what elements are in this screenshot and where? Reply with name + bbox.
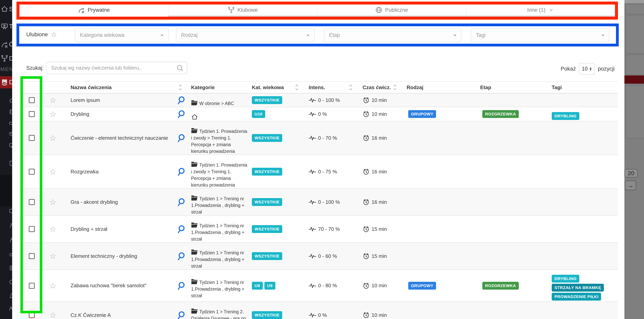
- tags-dropdown[interactable]: Tagi: [471, 28, 609, 42]
- exercise-name: Cz.K Ćwiczenie A: [70, 302, 176, 319]
- row-checkbox[interactable]: [29, 312, 35, 318]
- preview-button[interactable]: [176, 189, 191, 215]
- dimmed-strip: [624, 0, 644, 3]
- favorite-star-icon[interactable]: ☆: [47, 302, 70, 319]
- book-image-icon: [1, 78, 8, 86]
- sidebar-item-partial[interactable]: [9, 293, 12, 300]
- col-name[interactable]: Nazwa ćwiczenia: [70, 84, 191, 91]
- row-checkbox[interactable]: [29, 169, 35, 174]
- sidebar-item-partial[interactable]: [9, 109, 12, 116]
- favorite-star-icon[interactable]: ☆: [47, 107, 70, 121]
- page-size-select[interactable]: 10 ▲▼: [579, 63, 594, 74]
- table-row: ☆Lorem ipsumW obronie > ABCWSZYSTKIE0 - …: [20, 94, 618, 107]
- sort-icon[interactable]: [349, 84, 353, 91]
- sidebar-item-partial[interactable]: [9, 208, 12, 215]
- sidebar-item-Ć[interactable]: Ć: [0, 38, 12, 50]
- folder-icon: [191, 249, 198, 256]
- age-badge: WSZYSTKIE: [252, 198, 282, 206]
- sidebar-item-partial[interactable]: [9, 143, 12, 149]
- sidebar-item-partial[interactable]: [9, 265, 12, 272]
- row-checkbox[interactable]: [29, 199, 35, 205]
- chevdown-icon: [548, 7, 554, 13]
- col-age[interactable]: Kat. wiekowa: [252, 84, 309, 91]
- dimmed-card: [625, 54, 644, 75]
- chevdown-icon: [452, 32, 458, 38]
- tab-klubowe[interactable]: Klubowe: [168, 4, 317, 17]
- camera-icon: [9, 120, 12, 126]
- sort-icon[interactable]: [178, 84, 182, 91]
- type-badge: GRUPOWY: [408, 282, 436, 290]
- type-cell: [407, 155, 480, 188]
- favorite-star-icon[interactable]: ☆: [47, 243, 70, 270]
- favorite-star-icon[interactable]: ☆: [47, 189, 70, 215]
- favorites-toggle[interactable]: Ulubione ☆: [26, 31, 57, 38]
- sort-icon[interactable]: [295, 84, 299, 91]
- favorite-star-icon[interactable]: ☆: [47, 94, 70, 107]
- preview-button[interactable]: [176, 155, 191, 188]
- sidebar-item-partial[interactable]: [9, 120, 12, 127]
- sidebar-item-partial[interactable]: [9, 98, 12, 104]
- favorite-star-icon[interactable]: ☆: [47, 216, 70, 242]
- sidebar-item-partial[interactable]: [9, 279, 12, 286]
- tab-label: Prywatne: [88, 7, 110, 13]
- sidebar-item-label: T: [9, 23, 12, 30]
- sidebar-item-partial[interactable]: [9, 251, 12, 258]
- sidebar-item-partial[interactable]: [9, 237, 12, 244]
- row-checkbox[interactable]: [29, 97, 35, 103]
- tags-cell: [552, 243, 618, 273]
- col-intensity[interactable]: Intens.: [309, 84, 362, 91]
- col-time[interactable]: Czas ćwicz.: [362, 84, 407, 91]
- category-path: Tydzien 1 > Trening nr 1.Prowadzenia , d…: [191, 223, 244, 242]
- sidebar-item-D[interactable]: D: [0, 52, 12, 65]
- tab-prywatne[interactable]: Prywatne: [20, 4, 168, 17]
- stage-cell: [480, 302, 552, 319]
- arrow-right-button[interactable]: →: [625, 180, 636, 190]
- stage-badge: ROZGRZEWKA: [482, 282, 519, 290]
- sidebar-item-partial[interactable]: [9, 306, 12, 312]
- type-cell: [407, 121, 480, 154]
- filters-row: Ulubione ☆ Kategoria wiekowa Rodzaj Etap…: [19, 26, 616, 44]
- intensity-cell: 0 - 100 %: [309, 189, 362, 215]
- row-checkbox[interactable]: [29, 226, 35, 232]
- preview-button[interactable]: [176, 107, 191, 121]
- sidebar-item-S[interactable]: S: [0, 3, 12, 15]
- row-checkbox-cell: [20, 189, 47, 215]
- sort-icon[interactable]: [393, 84, 397, 91]
- stage-cell: ROZGRZEWKA: [480, 107, 552, 121]
- preview-button[interactable]: [176, 243, 191, 270]
- preview-button[interactable]: [176, 216, 191, 242]
- dimmed-number-input[interactable]: 20: [624, 169, 638, 178]
- type-badge: GRUPOWY: [408, 110, 436, 118]
- sidebar-item-T[interactable]: T: [0, 20, 12, 32]
- table-row: ☆RozgrzewkaTydzien 1. Prowadzenia i zwod…: [20, 155, 618, 189]
- preview-button[interactable]: [176, 270, 191, 301]
- preview-button[interactable]: [176, 121, 191, 154]
- sidebar-item-partial[interactable]: [9, 131, 12, 138]
- type-cell: GRUPOWY: [407, 270, 480, 301]
- preview-button[interactable]: [176, 302, 191, 319]
- tab-inne[interactable]: Inne (1): [466, 4, 615, 17]
- sidebar-item-partial[interactable]: [9, 222, 12, 229]
- row-checkbox[interactable]: [29, 253, 35, 259]
- row-checkbox[interactable]: [29, 135, 35, 141]
- preview-button[interactable]: [176, 94, 191, 107]
- favorite-star-icon[interactable]: ☆: [47, 270, 70, 301]
- duration-cell: 15 min: [362, 243, 407, 270]
- sidebar-item-partial[interactable]: [9, 160, 12, 167]
- search-input[interactable]: [51, 65, 176, 71]
- duration-cell: 10 min: [362, 94, 407, 107]
- duration-cell: 15 min: [362, 216, 407, 242]
- type-dropdown[interactable]: Rodzaj: [176, 28, 314, 42]
- category-path: W obronie > ABC: [199, 101, 234, 106]
- row-checkbox[interactable]: [29, 283, 35, 289]
- favorite-star-icon[interactable]: ☆: [47, 121, 70, 154]
- row-checkbox[interactable]: [29, 111, 35, 117]
- clock-icon: [362, 110, 370, 118]
- favorite-star-icon[interactable]: ☆: [47, 155, 70, 188]
- tab-publiczne[interactable]: Publiczne: [317, 4, 466, 17]
- stage-dropdown[interactable]: Etap: [324, 28, 461, 42]
- tags-cell: DRYBLINGSTRZAŁY NA BRAMKĘPROWADZENIE PIŁ…: [552, 270, 618, 305]
- age-category-dropdown[interactable]: Kategoria wiekowa: [75, 28, 168, 42]
- pulse-icon: [309, 252, 316, 260]
- sidebar-item-D[interactable]: D: [0, 76, 12, 88]
